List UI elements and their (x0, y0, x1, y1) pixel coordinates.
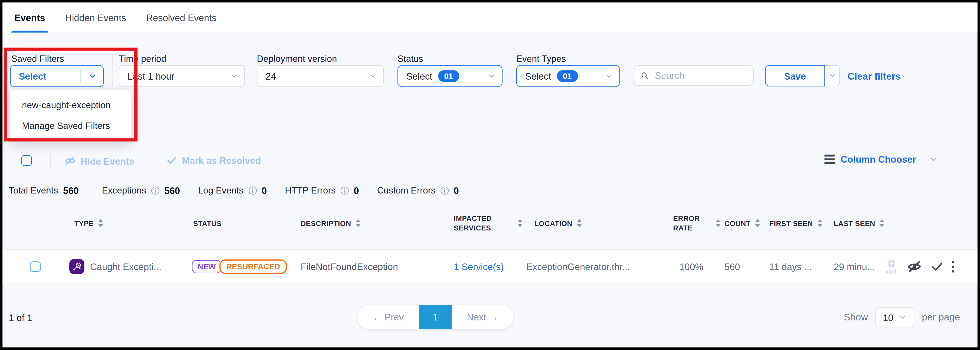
current-page-button[interactable]: 1 (419, 305, 452, 329)
saved-filters-select-divider (80, 69, 81, 83)
column-header-first-seen[interactable]: FIRST SEEN (769, 206, 822, 240)
prev-page-button[interactable]: ← Prev (358, 305, 419, 329)
stat-total-events: Total Events 560 (9, 185, 79, 195)
column-header-status: STATUS (193, 206, 222, 240)
info-icon[interactable]: i (151, 186, 159, 195)
check-icon (166, 155, 178, 166)
page-size-select[interactable]: 10 (875, 307, 914, 327)
sort-icon[interactable] (98, 219, 103, 227)
event-types-count-badge: 01 (557, 70, 578, 82)
status-count-badge: 01 (438, 70, 459, 82)
hide-events-button[interactable]: Hide Events (64, 155, 134, 167)
stat-label: Log Events (198, 185, 243, 195)
column-label: DESCRIPTION (301, 219, 351, 227)
saved-filters-dropdown: new-caught-exception Manage Saved Filter… (10, 89, 132, 141)
row-checkbox[interactable] (30, 261, 41, 272)
row-error-rate: 100% (679, 261, 703, 272)
info-icon[interactable]: i (340, 186, 349, 195)
chevron-down-icon (488, 72, 496, 80)
chevron-down-icon (929, 155, 937, 163)
column-chooser-button[interactable]: Column Chooser (824, 154, 937, 165)
sort-icon[interactable] (716, 219, 721, 227)
row-first-seen: 11 days ... (769, 261, 812, 272)
tab-hidden-events[interactable]: Hidden Events (63, 2, 128, 32)
sort-icon[interactable] (355, 219, 360, 227)
chevron-down-icon (230, 72, 238, 80)
column-header-location[interactable]: LOCATION (534, 206, 582, 240)
stat-value: 0 (354, 185, 359, 195)
saved-filters-select[interactable]: Select (10, 65, 104, 87)
table-header: TYPE STATUS DESCRIPTION IMPACTED SERVICE… (2, 206, 978, 240)
column-label: COUNT (724, 219, 750, 227)
sort-icon[interactable] (577, 219, 582, 227)
tab-events[interactable]: Events (13, 2, 47, 32)
pagination: ← Prev 1 Next → (358, 305, 513, 329)
sort-icon[interactable] (755, 219, 760, 227)
stat-label: HTTP Errors (285, 185, 336, 195)
tab-resolved-events[interactable]: Resolved Events (144, 2, 218, 32)
info-icon[interactable]: i (441, 186, 449, 195)
column-header-impacted-services[interactable]: IMPACTED SERVICES (454, 206, 522, 240)
events-page: Events Hidden Events Resolved Events Sav… (2, 2, 978, 347)
row-last-seen: 29 minu... (834, 261, 875, 272)
saved-filters-value: Select (19, 71, 46, 82)
column-label: IMPACTED SERVICES (454, 214, 498, 232)
hide-event-icon[interactable] (907, 259, 922, 274)
stat-exceptions: Exceptions i 560 (102, 185, 180, 195)
clear-filters-button[interactable]: Clear filters (848, 71, 901, 82)
save-dropdown-button[interactable] (825, 65, 840, 86)
column-label: ERROR RATE (673, 214, 700, 232)
row-menu-icon[interactable] (952, 261, 955, 273)
action-bar-divider (50, 153, 51, 168)
row-description: FileNotFoundException (301, 261, 398, 272)
row-impacted-services-link[interactable]: 1 Service(s) (454, 261, 504, 272)
saved-filters-label: Saved Filters (11, 54, 64, 64)
mark-resolved-button[interactable]: Mark as Resolved (166, 155, 261, 166)
tab-bar: Events Hidden Events Resolved Events (2, 2, 978, 33)
search-input[interactable] (654, 70, 747, 82)
column-header-error-rate[interactable]: ERROR RATE (673, 206, 721, 240)
time-period-select[interactable]: Last 1 hour (119, 65, 245, 87)
save-button-label: Save (784, 70, 806, 81)
status-select[interactable]: Select 01 (398, 65, 503, 87)
save-button[interactable]: Save (765, 65, 825, 86)
column-label: STATUS (193, 219, 222, 227)
row-type: Caught Excepti... (90, 261, 161, 272)
manage-saved-filters-option[interactable]: Manage Saved Filters (11, 115, 131, 136)
time-period-label: Time period (119, 54, 166, 64)
column-chooser-label: Column Chooser (841, 154, 916, 165)
sort-icon[interactable] (880, 219, 885, 227)
deployment-version-select[interactable]: 24 (257, 65, 384, 87)
info-icon[interactable]: i (248, 186, 257, 195)
column-header-description[interactable]: DESCRIPTION (301, 206, 360, 240)
screenshot-frame: Events Hidden Events Resolved Events Sav… (0, 0, 980, 350)
table-row[interactable]: Caught Excepti... NEW RESURFACED FileNot… (2, 249, 978, 284)
column-header-last-seen[interactable]: LAST SEEN (834, 206, 885, 240)
status-label: Status (398, 54, 423, 64)
column-label: FIRST SEEN (769, 219, 813, 227)
deployment-version-value: 24 (266, 71, 276, 82)
select-all-checkbox[interactable] (21, 155, 32, 166)
stat-label: Custom Errors (377, 185, 435, 195)
stat-label: Exceptions (102, 185, 146, 195)
sort-icon[interactable] (517, 219, 522, 227)
screenshot-root: Events Hidden Events Resolved Events Sav… (0, 0, 980, 350)
next-page-button[interactable]: Next → (452, 305, 513, 329)
event-types-select[interactable]: Select 01 (516, 65, 620, 87)
sort-icon[interactable] (817, 219, 822, 227)
stat-log-events: Log Events i 0 (198, 185, 267, 195)
stat-value: 560 (63, 185, 79, 195)
mark-resolved-label: Mark as Resolved (182, 155, 261, 166)
hide-events-label: Hide Events (81, 155, 134, 166)
stats-divider (91, 182, 91, 198)
deployment-version-label: Deployment version (257, 54, 337, 64)
column-header-type[interactable]: TYPE (74, 206, 103, 240)
saved-filter-option[interactable]: new-caught-exception (11, 94, 131, 115)
chevron-down-icon (369, 72, 377, 80)
resolve-event-icon[interactable] (931, 260, 943, 273)
filter-divider (113, 54, 113, 86)
stat-http-errors: HTTP Errors i 0 (285, 185, 359, 195)
event-types-label: Event Types (516, 54, 566, 64)
status-badge-resurfaced: RESURFACED (219, 259, 287, 274)
column-header-count[interactable]: COUNT (724, 206, 760, 240)
